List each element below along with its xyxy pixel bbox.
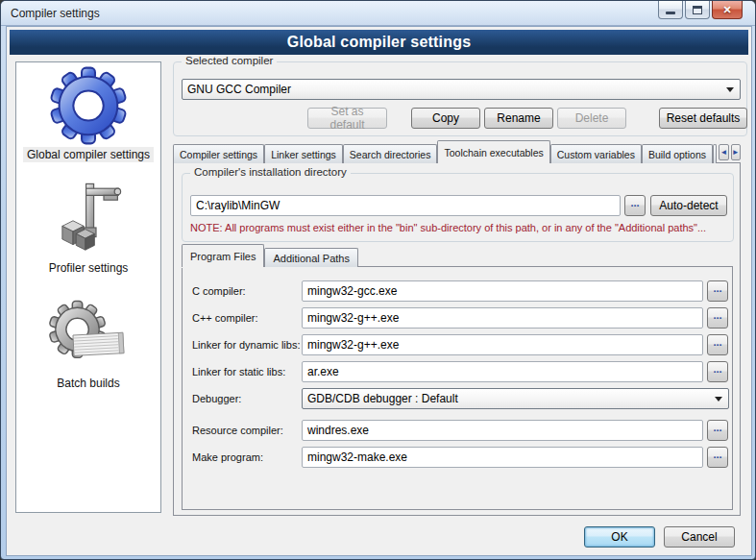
dynamic-linker-browse-button[interactable]: ... (707, 334, 728, 355)
title-bar[interactable]: Compiler settings ✕ (1, 1, 755, 26)
debugger-select-value: GDB/CDB debugger : Default (307, 392, 458, 405)
selected-compiler-group-label: Selected compiler (182, 55, 277, 66)
sidebar-item-label: Batch builds (53, 376, 123, 391)
sidebar-item-batch-builds[interactable]: Batch builds (48, 297, 129, 391)
tab-scroll-left-button[interactable]: ◄ (719, 144, 728, 160)
tab-custom-variables[interactable]: Custom variables (550, 144, 642, 163)
field-label: Linker for static libs: (192, 361, 285, 382)
cancel-button[interactable]: Cancel (664, 526, 735, 548)
make-program-browse-button[interactable]: ... (707, 447, 728, 468)
toolchain-executables-panel: Compiler's installation directory ... Au… (173, 162, 741, 516)
arrow-right-icon: ► (732, 148, 740, 157)
tab-compiler-settings[interactable]: Compiler settings (173, 144, 264, 163)
rename-button[interactable]: Rename (484, 108, 553, 129)
resource-compiler-browse-button[interactable]: ... (707, 420, 728, 441)
make-program-input[interactable] (302, 447, 703, 468)
c-compiler-input[interactable] (302, 280, 703, 302)
program-files-panel: C compiler: ... C++ compiler: ... Linker… (182, 266, 733, 510)
sidebar-item-global-compiler-settings[interactable]: Global compiler settings (23, 66, 154, 162)
page-header: Global compiler settings (10, 30, 748, 55)
tab-search-directories[interactable]: Search directories (343, 144, 438, 163)
compiler-tabs: Compiler settings Linker settings Search… (173, 140, 741, 163)
static-linker-browse-button[interactable]: ... (707, 361, 728, 382)
minimize-icon (666, 12, 675, 14)
copy-button[interactable]: Copy (411, 108, 480, 129)
settings-category-list: Global compiler settings (15, 61, 161, 513)
chevron-down-icon (715, 397, 722, 402)
program-tabs: Program Files Additional Paths (182, 244, 358, 267)
tab-program-files[interactable]: Program Files (182, 244, 264, 267)
install-dir-browse-button[interactable]: ... (624, 195, 646, 216)
ok-button[interactable]: OK (584, 526, 655, 548)
close-button[interactable]: ✕ (712, 1, 743, 19)
static-linker-input[interactable] (302, 361, 703, 382)
gear-stack-icon (48, 297, 129, 374)
field-label: C++ compiler: (192, 307, 257, 329)
tab-partial[interactable] (713, 144, 717, 163)
install-dir-note: NOTE: All programs must exist either in … (190, 222, 728, 233)
install-dir-group: Compiler's installation directory ... Au… (182, 173, 734, 242)
caliper-icon (50, 182, 127, 258)
dialog-content: Global compiler settings (6, 26, 752, 556)
compiler-select[interactable]: GNU GCC Compiler (182, 79, 741, 100)
selected-compiler-group: Selected compiler GNU GCC Compiler Set a… (173, 61, 747, 136)
maximize-icon (693, 6, 702, 14)
page-title: Global compiler settings (287, 34, 472, 51)
field-label: C compiler: (192, 280, 246, 302)
minimize-button[interactable] (658, 1, 683, 19)
tab-build-options[interactable]: Build options (642, 144, 713, 163)
chevron-down-icon (726, 87, 734, 92)
install-dir-group-label: Compiler's installation directory (190, 166, 351, 178)
install-dir-input[interactable] (190, 195, 621, 216)
field-label: Make program: (192, 447, 263, 468)
close-icon: ✕ (722, 4, 731, 16)
c-compiler-browse-button[interactable]: ... (707, 280, 728, 302)
sidebar-item-profiler-settings[interactable]: Profiler settings (45, 182, 133, 276)
field-label: Linker for dynamic libs: (192, 334, 301, 355)
dynamic-linker-input[interactable] (302, 334, 703, 355)
field-label: Resource compiler: (192, 420, 283, 441)
cpp-compiler-input[interactable] (302, 307, 703, 329)
sidebar-item-label: Global compiler settings (23, 147, 154, 162)
reset-defaults-button[interactable]: Reset defaults (659, 108, 747, 129)
window-controls: ✕ (656, 1, 743, 19)
sidebar-item-label: Profiler settings (45, 260, 133, 276)
set-as-default-button[interactable]: Set as default (307, 108, 387, 129)
blue-gear-icon (49, 66, 128, 145)
field-label: Debugger: (192, 388, 241, 409)
tab-linker-settings[interactable]: Linker settings (264, 144, 343, 163)
delete-button[interactable]: Delete (557, 108, 626, 129)
cpp-compiler-browse-button[interactable]: ... (707, 307, 728, 329)
tab-toolchain-executables[interactable]: Toolchain executables (437, 140, 549, 163)
debugger-select[interactable]: GDB/CDB debugger : Default (302, 388, 729, 409)
window-title: Compiler settings (11, 7, 100, 20)
compiler-settings-dialog: Compiler settings ✕ Global compiler sett… (0, 0, 756, 560)
resource-compiler-input[interactable] (302, 420, 703, 441)
compiler-select-value: GNU GCC Compiler (187, 83, 291, 96)
tab-scroll-right-button[interactable]: ► (731, 144, 741, 160)
tab-additional-paths[interactable]: Additional Paths (264, 248, 358, 267)
auto-detect-button[interactable]: Auto-detect (650, 195, 727, 216)
arrow-left-icon: ◄ (719, 148, 727, 157)
maximize-button[interactable] (685, 1, 710, 19)
